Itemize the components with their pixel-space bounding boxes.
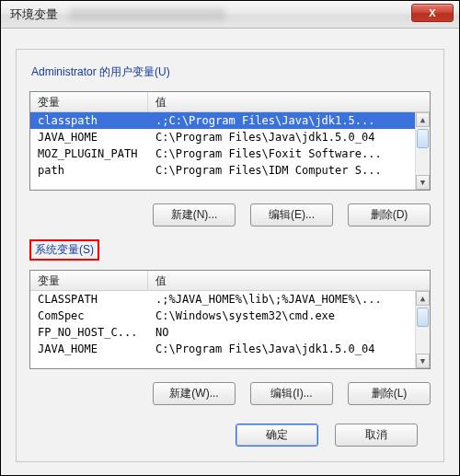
scroll-down-icon[interactable]: ▼ [416, 354, 430, 368]
col-var[interactable]: 变量 [30, 92, 148, 111]
cell-val: C:\Program Files\Java\jdk1.5.0_04 [148, 129, 415, 145]
cancel-button[interactable]: 取消 [335, 424, 418, 447]
env-vars-dialog: 环境变量 X Administrator 的用户变量(U) 变量 值 class… [1, 1, 459, 475]
table-row[interactable]: ComSpec C:\Windows\system32\cmd.exe [30, 308, 415, 324]
cell-val: C:\Program Files\IDM Computer S... [148, 162, 415, 179]
ok-button[interactable]: 确定 [236, 424, 318, 447]
system-scrollbar[interactable]: ▲ ▼ [415, 291, 430, 368]
system-edit-button[interactable]: 编辑(I)... [250, 382, 333, 405]
table-row[interactable]: FP_NO_HOST_C... NO [30, 324, 415, 341]
system-vars-list[interactable]: 变量 值 CLASSPATH .;%JAVA_HOME%\lib\;%JAVA_… [29, 270, 431, 369]
cell-var: ComSpec [30, 308, 148, 324]
cell-var: FP_NO_HOST_C... [30, 324, 148, 341]
col-val[interactable]: 值 [148, 271, 430, 290]
cell-var: MOZ_PLUGIN_PATH [30, 145, 148, 162]
dialog-footer: 确定 取消 [29, 414, 431, 450]
table-row[interactable]: CLASSPATH .;%JAVA_HOME%\lib\;%JAVA_HOME%… [30, 291, 415, 308]
table-row[interactable]: classpath .;C:\Program Files\Java\jdk1.5… [30, 112, 415, 129]
cell-val: C:\Program Files\Java\jdk1.5.0_04 [148, 341, 415, 357]
col-val[interactable]: 值 [148, 92, 430, 111]
close-icon: X [429, 7, 435, 18]
cell-val: NO [148, 324, 415, 341]
titlebar[interactable]: 环境变量 X [1, 1, 459, 29]
user-edit-button[interactable]: 编辑(E)... [250, 203, 333, 226]
user-vars-list[interactable]: 变量 值 classpath .;C:\Program Files\Java\j… [29, 91, 431, 191]
system-delete-button[interactable]: 删除(L) [348, 382, 431, 405]
close-button[interactable]: X [411, 4, 454, 22]
user-button-row: 新建(N)... 编辑(E)... 删除(D) [29, 203, 431, 226]
system-vars-body: CLASSPATH .;%JAVA_HOME%\lib\;%JAVA_HOME%… [30, 291, 415, 368]
titlebar-blur [69, 8, 225, 21]
col-var[interactable]: 变量 [30, 271, 148, 290]
scroll-track[interactable] [416, 127, 430, 175]
window-title: 环境变量 [10, 6, 58, 23]
cell-var: classpath [30, 112, 148, 129]
user-vars-body: classpath .;C:\Program Files\Java\jdk1.5… [30, 112, 415, 190]
scroll-thumb[interactable] [417, 129, 429, 148]
table-row[interactable]: path C:\Program Files\IDM Computer S... [30, 162, 415, 179]
user-vars-header[interactable]: 变量 值 [30, 92, 430, 112]
scroll-down-icon[interactable]: ▼ [416, 175, 430, 190]
user-scrollbar[interactable]: ▲ ▼ [415, 112, 430, 190]
scroll-track[interactable] [416, 306, 430, 354]
cell-val: C:\Program Files\Foxit Software... [148, 145, 415, 162]
table-row[interactable]: JAVA_HOME C:\Program Files\Java\jdk1.5.0… [30, 129, 415, 145]
table-row[interactable]: JAVA_HOME C:\Program Files\Java\jdk1.5.0… [30, 341, 415, 357]
cell-var: path [30, 162, 148, 179]
scroll-up-icon[interactable]: ▲ [416, 112, 430, 127]
system-vars-label: 系统变量(S) [29, 239, 99, 261]
main-panel: Administrator 的用户变量(U) 变量 值 classpath .;… [16, 49, 444, 462]
scroll-up-icon[interactable]: ▲ [416, 291, 430, 306]
cell-val: C:\Windows\system32\cmd.exe [148, 308, 415, 324]
dialog-content: Administrator 的用户变量(U) 变量 值 classpath .;… [1, 29, 459, 475]
user-new-button[interactable]: 新建(N)... [153, 203, 236, 226]
table-row[interactable]: MOZ_PLUGIN_PATH C:\Program Files\Foxit S… [30, 145, 415, 162]
cell-val: .;C:\Program Files\Java\jdk1.5... [148, 112, 415, 129]
system-new-button[interactable]: 新建(W)... [153, 382, 236, 405]
system-button-row: 新建(W)... 编辑(I)... 删除(L) [29, 382, 431, 405]
scroll-thumb[interactable] [417, 308, 429, 327]
system-vars-header[interactable]: 变量 值 [30, 271, 430, 291]
user-vars-label: Administrator 的用户变量(U) [29, 63, 172, 82]
cell-var: CLASSPATH [30, 291, 148, 308]
cell-var: JAVA_HOME [30, 129, 148, 145]
cell-var: JAVA_HOME [30, 341, 148, 357]
cell-val: .;%JAVA_HOME%\lib\;%JAVA_HOME%\... [148, 291, 415, 308]
user-delete-button[interactable]: 删除(D) [348, 203, 431, 226]
